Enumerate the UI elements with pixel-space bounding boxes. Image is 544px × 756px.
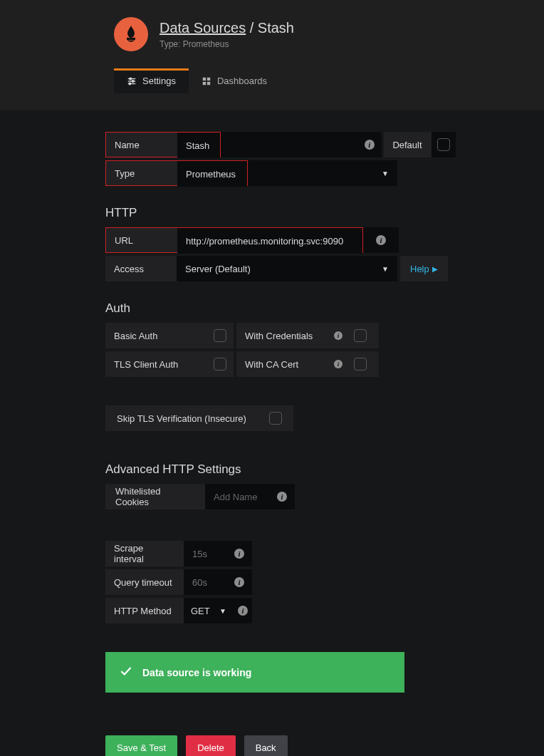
alert-message: Data source is working <box>142 667 251 678</box>
with-ca-cert-checkbox[interactable] <box>347 351 373 377</box>
scrape-interval-info-icon[interactable]: i <box>226 541 252 566</box>
svg-rect-10 <box>207 81 210 84</box>
chevron-down-icon: ▼ <box>382 265 389 273</box>
help-button[interactable]: Help ▶ <box>400 256 448 281</box>
whitelisted-cookies-label: Whitelisted Cookies <box>105 484 205 509</box>
chevron-right-icon: ▶ <box>432 265 438 273</box>
tab-dashboards-label: Dashboards <box>217 76 267 86</box>
breadcrumb-link-datasources[interactable]: Data Sources <box>159 20 246 36</box>
url-label: URL <box>106 228 177 252</box>
scrape-interval-label: Scrape interval <box>105 541 184 566</box>
svg-rect-0 <box>127 38 135 39</box>
basic-auth-checkbox[interactable] <box>198 323 234 348</box>
chevron-down-icon: ▼ <box>382 170 389 177</box>
svg-point-6 <box>129 83 131 85</box>
with-ca-cert-label: With CA Cert <box>236 359 329 370</box>
save-test-button[interactable]: Save & Test <box>105 735 177 756</box>
whitelisted-cookies-info-icon[interactable]: i <box>269 484 295 509</box>
query-timeout-label: Query timeout <box>105 569 184 595</box>
breadcrumb: Data Sources / Stash <box>159 20 294 36</box>
apps-icon <box>202 76 211 86</box>
tab-dashboards[interactable]: Dashboards <box>189 68 280 93</box>
http-method-info-icon[interactable]: i <box>234 598 252 623</box>
name-input-ext[interactable] <box>221 132 357 157</box>
name-label: Name <box>106 133 177 157</box>
tls-client-auth-checkbox[interactable] <box>198 351 234 377</box>
http-section-title: HTTP <box>105 206 456 220</box>
advanced-section-title: Advanced HTTP Settings <box>105 462 456 477</box>
type-select-left[interactable]: Prometheus <box>177 161 247 187</box>
http-method-label: HTTP Method <box>105 598 184 623</box>
svg-rect-7 <box>203 77 206 80</box>
access-select[interactable]: Server (Default) ▼ <box>177 256 397 281</box>
delete-button[interactable]: Delete <box>186 735 236 756</box>
basic-auth-label: Basic Auth <box>105 331 198 341</box>
url-input[interactable] <box>177 228 362 254</box>
back-button[interactable]: Back <box>244 735 288 756</box>
query-timeout-info-icon[interactable]: i <box>226 569 252 595</box>
check-icon <box>120 665 132 680</box>
name-info-icon[interactable]: i <box>357 132 382 157</box>
tab-settings-label: Settings <box>142 76 176 86</box>
name-input[interactable] <box>177 133 220 158</box>
breadcrumb-subtitle: Type: Prometheus <box>159 39 294 49</box>
type-label: Type <box>106 161 177 185</box>
chevron-down-icon: ▼ <box>219 607 226 615</box>
query-timeout-input[interactable] <box>184 569 226 595</box>
with-credentials-info-icon[interactable]: i <box>329 331 347 340</box>
http-method-select[interactable]: GET ▼ <box>184 598 234 623</box>
svg-rect-9 <box>203 81 206 84</box>
svg-point-2 <box>130 78 132 80</box>
tls-client-auth-label: TLS Client Auth <box>105 359 198 370</box>
scrape-interval-input[interactable] <box>184 541 226 566</box>
with-credentials-checkbox[interactable] <box>347 323 373 348</box>
skip-tls-label: Skip TLS Verification (Insecure) <box>105 405 258 431</box>
svg-rect-8 <box>207 77 210 80</box>
success-alert: Data source is working <box>105 652 404 693</box>
breadcrumb-current: Stash <box>258 20 294 36</box>
prometheus-icon <box>114 17 148 51</box>
tab-settings[interactable]: Settings <box>114 68 189 93</box>
sliders-icon <box>127 76 137 86</box>
default-label: Default <box>384 132 431 157</box>
default-checkbox[interactable] <box>431 132 456 157</box>
url-info-icon[interactable]: i <box>363 227 399 253</box>
skip-tls-checkbox[interactable] <box>258 405 293 431</box>
with-credentials-label: With Credentials <box>236 331 329 341</box>
whitelisted-cookies-input[interactable] <box>205 484 269 509</box>
auth-section-title: Auth <box>105 301 456 316</box>
type-select[interactable]: ▼ <box>248 160 397 186</box>
access-label: Access <box>105 256 177 281</box>
with-ca-cert-info-icon[interactable]: i <box>329 360 347 368</box>
svg-point-4 <box>132 80 134 82</box>
